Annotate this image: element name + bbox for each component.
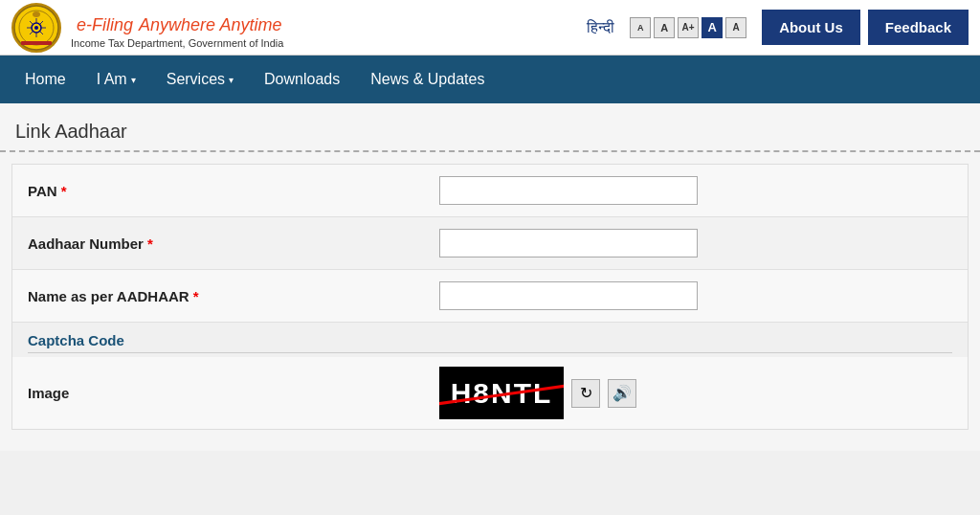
captcha-image: H8NTL: [439, 367, 564, 419]
audio-icon: 🔊: [612, 384, 632, 402]
captcha-section-title: Captcha Code: [28, 332, 952, 353]
about-us-button[interactable]: About Us: [762, 10, 860, 45]
nav-item-home[interactable]: Home: [10, 56, 81, 103]
aadhaar-label: Aadhaar Number *: [28, 235, 439, 252]
hindi-label[interactable]: हिन्दी: [587, 19, 614, 36]
name-required: *: [193, 288, 199, 304]
captcha-audio-button[interactable]: 🔊: [608, 379, 636, 408]
aadhaar-label-text: Aadhaar Number: [28, 235, 144, 252]
captcha-label: Image: [28, 385, 439, 401]
svg-point-12: [33, 11, 40, 17]
brand-subtitle: Income Tax Department, Government of Ind…: [71, 37, 283, 49]
pan-required: *: [61, 183, 67, 199]
brand-title: e-FilingAnywhere Anytime: [71, 7, 283, 37]
font-btn-aplus[interactable]: A+: [678, 17, 699, 38]
content-area: Link Aadhaar PAN * Aadhaar Number * Name…: [0, 103, 980, 451]
brand-tagline: Anywhere Anytime: [139, 15, 281, 34]
aadhaar-required: *: [147, 235, 153, 252]
nav-label-services: Services: [167, 71, 225, 88]
pan-label-text: PAN: [28, 183, 57, 199]
name-label: Name as per AADHAAR *: [28, 288, 439, 304]
refresh-icon: ↻: [580, 384, 592, 402]
header: e-FilingAnywhere Anytime Income Tax Depa…: [0, 0, 980, 56]
name-input[interactable]: [439, 281, 698, 310]
nav-label-downloads: Downloads: [264, 71, 340, 88]
font-btn-a-active[interactable]: A: [702, 17, 723, 38]
nav-item-news[interactable]: News & Updates: [355, 56, 500, 103]
name-row: Name as per AADHAAR *: [12, 270, 968, 323]
font-btn-a-small[interactable]: A: [725, 17, 746, 38]
header-left: e-FilingAnywhere Anytime Income Tax Depa…: [11, 3, 283, 53]
pan-row: PAN *: [12, 165, 968, 217]
pan-input[interactable]: [439, 176, 698, 205]
nav-item-services[interactable]: Services ▾: [151, 56, 249, 103]
font-btn-a1[interactable]: A: [630, 17, 651, 38]
svg-point-3: [34, 26, 38, 30]
name-label-text: Name as per AADHAAR: [28, 288, 189, 304]
feedback-button[interactable]: Feedback: [868, 10, 969, 45]
brand-name-text: e-Filing: [77, 15, 133, 34]
font-size-controls: A A A+ A A: [630, 17, 746, 38]
header-right: हिन्दी A A A+ A A About Us Feedback: [587, 10, 969, 45]
iam-arrow-icon: ▾: [131, 75, 136, 85]
font-btn-a2[interactable]: A: [654, 17, 675, 38]
captcha-row: Image H8NTL ↻ 🔊: [12, 357, 968, 429]
form-container: PAN * Aadhaar Number * Name as per AADHA…: [11, 164, 969, 430]
services-arrow-icon: ▾: [229, 75, 234, 85]
navbar: Home I Am ▾ Services ▾ Downloads News & …: [0, 56, 980, 103]
aadhaar-row: Aadhaar Number *: [12, 217, 968, 270]
pan-label: PAN *: [28, 183, 439, 199]
aadhaar-input[interactable]: [439, 229, 698, 258]
page-title: Link Aadhaar: [15, 121, 965, 143]
nav-item-downloads[interactable]: Downloads: [249, 56, 355, 103]
brand-text: e-FilingAnywhere Anytime Income Tax Depa…: [71, 7, 283, 49]
page-title-area: Link Aadhaar: [0, 113, 980, 152]
nav-label-iam: I Am: [97, 71, 127, 88]
nav-label-home: Home: [25, 71, 66, 88]
nav-label-news: News & Updates: [370, 71, 484, 88]
captcha-header: Captcha Code: [12, 323, 968, 357]
captcha-refresh-button[interactable]: ↻: [571, 379, 600, 408]
svg-rect-13: [21, 41, 52, 45]
nav-item-iam[interactable]: I Am ▾: [81, 56, 151, 103]
logo-emblem: [11, 3, 61, 53]
captcha-image-container: H8NTL ↻ 🔊: [439, 367, 636, 419]
